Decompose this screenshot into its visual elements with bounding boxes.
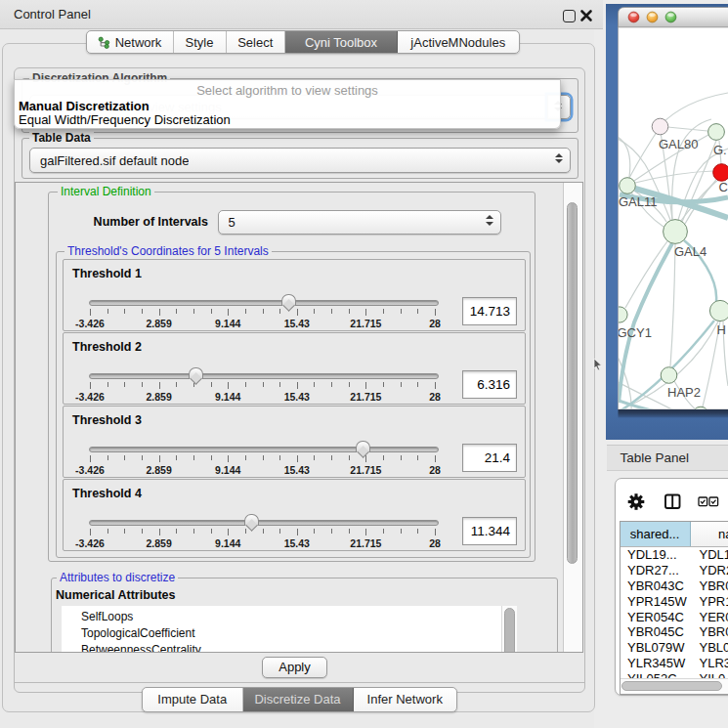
gear-icon[interactable] xyxy=(628,493,645,510)
table-row[interactable]: YER054CYER0 xyxy=(621,609,728,624)
slider-thumb[interactable] xyxy=(244,514,259,526)
close-icon[interactable] xyxy=(579,9,593,22)
cell-name[interactable]: YBR0 xyxy=(691,578,728,593)
tab-select[interactable]: Select xyxy=(227,31,286,53)
slider-thumb[interactable] xyxy=(281,294,296,306)
tab-style[interactable]: Style xyxy=(174,31,227,53)
cell-name[interactable]: YDR2 xyxy=(691,563,728,578)
threshold-label: Threshold 4 xyxy=(72,487,142,500)
threshold-value-field[interactable]: 6.316 xyxy=(462,370,518,399)
slider-major-tick xyxy=(297,382,298,389)
close-traffic-light-gloss xyxy=(630,13,637,17)
slider-minor-tick xyxy=(211,382,212,387)
network-node[interactable] xyxy=(713,164,728,182)
cell-name[interactable]: YDL1 xyxy=(691,547,728,562)
slider-track[interactable] xyxy=(89,373,439,379)
threshold-value-field[interactable]: 14.713 xyxy=(462,297,518,325)
table-row[interactable]: YPR145WYPR1 xyxy=(621,593,728,609)
table-row[interactable]: YBL079WYBL0 xyxy=(621,640,728,656)
cell-shared-name[interactable]: YER054C xyxy=(621,610,691,624)
cell-name[interactable]: YLR3 xyxy=(691,656,728,670)
slider-track[interactable] xyxy=(89,520,439,526)
popup-item-prompt[interactable]: Select algorithm to view settings xyxy=(15,83,560,99)
slider-minor-tick xyxy=(331,529,332,534)
table-row[interactable]: YLR345WYLR3 xyxy=(621,656,728,671)
attributes-list-scrollbar[interactable] xyxy=(501,606,517,653)
network-view-window[interactable]: GAL80G.CGAL11GAL4GCY1HHAP2 xyxy=(606,0,728,449)
attributes-list-scrollbar-thumb[interactable] xyxy=(504,608,515,653)
column-header-name[interactable]: name xyxy=(691,522,728,547)
attributes-group-title: Attributes to discretize xyxy=(57,572,178,584)
table-row[interactable]: YBR043CYBR0 xyxy=(621,578,728,594)
list-item[interactable]: BetweennessCentrality xyxy=(62,642,517,652)
slider-major-tick xyxy=(90,455,91,462)
threshold-panel: Threshold 3-3.4262.8599.14415.4321.71528… xyxy=(63,406,527,478)
list-item[interactable]: TopologicalCoefficient xyxy=(62,625,517,642)
network-view-svg[interactable]: GAL80G.CGAL11GAL4GCY1HHAP2 xyxy=(606,0,728,445)
network-node[interactable] xyxy=(620,178,636,194)
number-of-intervals-combobox[interactable]: 5 xyxy=(218,210,501,235)
slider-minor-tick xyxy=(383,455,384,460)
network-node[interactable] xyxy=(708,124,725,141)
slider-minor-tick xyxy=(401,455,402,460)
threshold-label: Threshold 1 xyxy=(72,267,142,280)
tab-jactivemnodules[interactable]: jActiveMNodules xyxy=(398,31,519,53)
slider-minor-tick xyxy=(142,529,143,534)
slider-minor-tick xyxy=(107,382,108,387)
network-canvas[interactable] xyxy=(619,27,728,409)
network-node[interactable] xyxy=(709,300,728,321)
slider-tick-label: -3.426 xyxy=(75,391,105,403)
application-window: GAL80G.CGAL11GAL4GCY1HHAP2 Control Panel… xyxy=(0,0,728,728)
column-header-shared-name[interactable]: shared... xyxy=(621,522,691,547)
cell-name[interactable]: YBL0 xyxy=(691,640,728,655)
slider-thumb[interactable] xyxy=(356,441,370,452)
slider-track[interactable] xyxy=(89,300,439,306)
threshold-value-field[interactable]: 21.4 xyxy=(462,444,518,472)
split-view-icon[interactable] xyxy=(665,494,680,508)
float-window-icon[interactable] xyxy=(563,10,576,22)
vertical-scrollbar-thumb[interactable] xyxy=(567,202,578,564)
cell-shared-name[interactable]: YDL19... xyxy=(621,547,691,562)
tab-impute-data[interactable]: Impute Data xyxy=(143,688,243,711)
horizontal-scrollbar[interactable] xyxy=(621,678,728,694)
table-data-combobox-value: galFiltered.sif default node xyxy=(40,153,189,168)
cell-shared-name[interactable]: YBR043C xyxy=(621,578,691,593)
table-row[interactable]: YDL19...YDL1 xyxy=(621,547,728,563)
vertical-scrollbar[interactable] xyxy=(563,183,582,652)
popup-item-equal-width-frequency[interactable]: Equal Width/Frequency Discretization xyxy=(15,112,560,128)
cell-shared-name[interactable]: YBR045C xyxy=(621,624,691,639)
cell-shared-name[interactable]: YDR27... xyxy=(621,563,691,578)
tab-network[interactable]: Network xyxy=(87,31,174,53)
tab-discretize-data-label: Discretize Data xyxy=(254,692,340,707)
cell-name[interactable]: YPR1 xyxy=(691,594,728,609)
table-data-combobox[interactable]: galFiltered.sif default node xyxy=(29,148,571,173)
tab-discretize-data[interactable]: Discretize Data xyxy=(243,688,354,711)
slider-minor-tick xyxy=(383,529,384,534)
cell-name[interactable]: YBR0 xyxy=(691,624,728,639)
network-node[interactable] xyxy=(661,367,677,384)
checkbox-icon[interactable] xyxy=(699,497,707,506)
slider-major-tick xyxy=(297,455,298,462)
tab-cyni-toolbox[interactable]: Cyni Toolbox xyxy=(285,31,398,53)
table-row[interactable]: YBR045CYBR0 xyxy=(621,624,728,640)
slider-thumb[interactable] xyxy=(189,367,203,379)
tab-infer-network[interactable]: Infer Network xyxy=(354,688,457,711)
cell-shared-name[interactable]: YPR145W xyxy=(621,594,691,609)
control-panel-tabs: Network Style Select Cyni Toolbox jActiv… xyxy=(86,30,520,54)
table-row[interactable]: YDR27...YDR2 xyxy=(621,563,728,578)
slider-major-tick xyxy=(90,309,91,316)
cell-shared-name[interactable]: YLR345W xyxy=(621,656,691,670)
slider-major-tick xyxy=(435,309,436,316)
network-node[interactable] xyxy=(652,118,668,135)
list-item[interactable]: SelfLoops xyxy=(62,609,517,625)
horizontal-scrollbar-thumb[interactable] xyxy=(621,681,722,691)
network-node[interactable] xyxy=(664,220,688,244)
slider-major-tick xyxy=(159,382,160,389)
slider-minor-tick xyxy=(211,309,212,314)
cell-shared-name[interactable]: YBL079W xyxy=(621,640,691,655)
threshold-value-field[interactable]: 11.344 xyxy=(462,517,518,545)
slider-track[interactable] xyxy=(89,447,439,452)
checkbox-icon-2[interactable] xyxy=(709,497,718,506)
apply-button[interactable]: Apply xyxy=(262,657,327,679)
cell-name[interactable]: YER0 xyxy=(691,610,728,624)
